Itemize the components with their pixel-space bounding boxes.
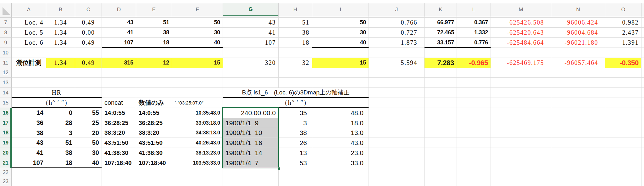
cell-A16[interactable]: 14 [12, 108, 46, 118]
cell-G8[interactable]: 41 [223, 28, 279, 38]
cell-B18[interactable]: 3 [46, 128, 75, 138]
cell-J12[interactable] [369, 68, 425, 78]
cell-P10[interactable] [641, 48, 644, 58]
row-header-8[interactable]: 8 [0, 28, 12, 38]
cell-H13[interactable] [279, 78, 312, 88]
column-header-M[interactable]: M [491, 3, 551, 16]
cell-G13[interactable] [223, 78, 279, 88]
row-header-16[interactable]: 16 [0, 108, 12, 118]
row-header-19[interactable]: 19 [0, 138, 12, 148]
cell-J15[interactable] [369, 98, 425, 108]
cell-F17[interactable]: 33:03:18.0 [172, 118, 223, 128]
cell-I16[interactable]: 48.0 [312, 108, 369, 118]
cell-O9[interactable]: 1.391 [605, 38, 641, 48]
cell-I22[interactable] [312, 168, 369, 177]
cell-O22[interactable] [605, 168, 641, 177]
cell-H10[interactable] [279, 48, 312, 58]
cell-D21[interactable]: 107:18:40 [102, 158, 136, 168]
cell-L17[interactable] [457, 118, 491, 128]
cell-O15[interactable] [605, 98, 641, 108]
cell-I11[interactable]: 15 [312, 58, 369, 68]
cell-K11[interactable]: 7.283 [425, 58, 457, 68]
cell-J14[interactable] [369, 88, 425, 98]
cell-L10[interactable] [457, 48, 491, 58]
cell-D13[interactable] [102, 78, 136, 88]
cell-N14[interactable] [551, 88, 605, 98]
cell-M9[interactable]: -625484.664 [491, 38, 551, 48]
cell-A9[interactable]: Loc. 6 [12, 38, 46, 48]
cell-I17[interactable]: 18.0 [312, 118, 369, 128]
cell-K20[interactable] [425, 148, 457, 158]
cell-K8[interactable]: 72.465 [425, 28, 457, 38]
cell-I8[interactable]: 30 [312, 28, 369, 38]
cell-P23[interactable] [641, 177, 644, 186]
cell-J23[interactable] [369, 177, 425, 186]
cell-F22[interactable] [172, 168, 223, 177]
cell-O18[interactable] [605, 128, 641, 138]
cell-B19[interactable]: 51 [46, 138, 75, 148]
cell-O8[interactable]: 2.437 [605, 28, 641, 38]
cell-J20[interactable] [369, 148, 425, 158]
cell-G9[interactable]: 107 [223, 38, 279, 48]
cell-K21[interactable] [425, 158, 457, 168]
cell-E14[interactable] [136, 88, 172, 98]
cell-H22[interactable] [279, 168, 312, 177]
cell-G7[interactable]: 43 [223, 18, 279, 28]
cell-C9[interactable]: 0.49 [75, 38, 102, 48]
cell-O7[interactable]: 0.982 [605, 18, 641, 28]
cell-E12[interactable] [136, 68, 172, 78]
cell-H12[interactable] [279, 68, 312, 78]
cell-C22[interactable] [75, 168, 102, 177]
cell-L14[interactable] [457, 88, 491, 98]
cell-K9[interactable]: 33.157 [425, 38, 457, 48]
row-header-14[interactable]: 14 [0, 88, 12, 98]
cell-E10[interactable] [136, 48, 172, 58]
cell-L22[interactable] [457, 168, 491, 177]
cell-N13[interactable] [551, 78, 605, 88]
cell-A14[interactable]: HR [12, 88, 102, 98]
cell-O14[interactable] [605, 88, 641, 98]
cell-D12[interactable] [102, 68, 136, 78]
cell-I20[interactable]: 23.0 [312, 148, 369, 158]
cell-N20[interactable] [551, 148, 605, 158]
cell-G21[interactable]: 1900/1/4 7 [223, 158, 279, 168]
cell-B9[interactable]: 1.34 [46, 38, 75, 48]
cell-G11[interactable]: 320 [223, 58, 279, 68]
cell-A12[interactable] [12, 68, 46, 78]
cell-K18[interactable] [425, 128, 457, 138]
cell-K13[interactable] [425, 78, 457, 88]
cell-C16[interactable]: 55 [75, 108, 102, 118]
cell-O12[interactable] [605, 68, 641, 78]
cell-K15[interactable] [425, 98, 457, 108]
cell-H7[interactable]: 51 [279, 18, 312, 28]
cell-E9[interactable]: 18 [136, 38, 172, 48]
column-header-L[interactable]: L [457, 3, 491, 16]
cell-E22[interactable] [136, 168, 172, 177]
cell-C17[interactable]: 25 [75, 118, 102, 128]
cell-K16[interactable] [425, 108, 457, 118]
cell-J22[interactable] [369, 168, 425, 177]
cell-F20[interactable]: 38:13:23.0 [172, 148, 223, 158]
cell-M19[interactable] [491, 138, 551, 148]
cell-D18[interactable]: 38:3:20 [102, 128, 136, 138]
cell-A11[interactable]: 潮位計測 [12, 58, 46, 68]
cell-D15[interactable]: concat [102, 98, 136, 108]
cell-M8[interactable]: -625420.643 [491, 28, 551, 38]
row-header-23[interactable]: 23 [0, 177, 12, 186]
cell-P20[interactable] [641, 148, 644, 158]
cell-N15[interactable] [551, 98, 605, 108]
cell-J8[interactable]: 0.727 [369, 28, 425, 38]
cell-N18[interactable] [551, 128, 605, 138]
cell-C12[interactable] [75, 68, 102, 78]
cell-P7[interactable] [641, 18, 644, 28]
cell-K23[interactable] [425, 177, 457, 186]
cell-J7[interactable]: 0.766 [369, 18, 425, 28]
cell-M23[interactable] [491, 177, 551, 186]
cell-E8[interactable]: 38 [136, 28, 172, 38]
cell-E11[interactable]: 12 [136, 58, 172, 68]
cell-E23[interactable] [136, 177, 172, 186]
cell-G23[interactable] [223, 177, 279, 186]
cell-H16[interactable]: 35 [279, 108, 312, 118]
column-header-B[interactable]: B [46, 3, 75, 16]
cell-M13[interactable] [491, 78, 551, 88]
